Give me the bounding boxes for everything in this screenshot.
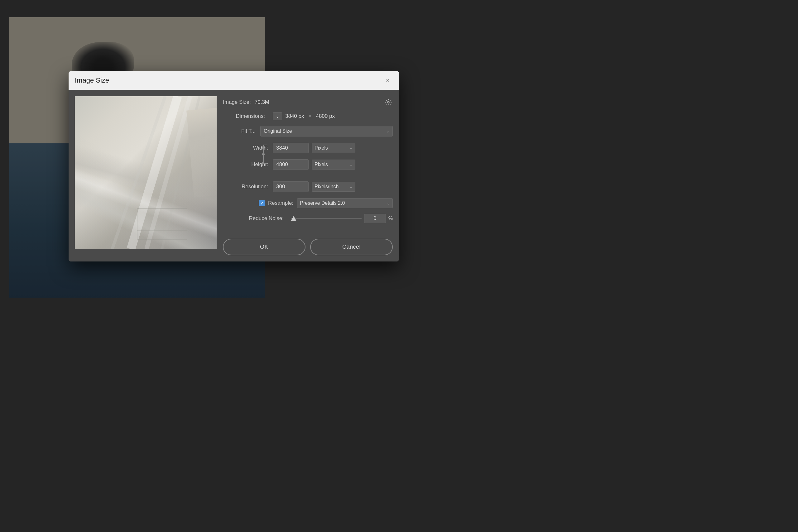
link-bracket-icon <box>261 144 270 165</box>
reduce-noise-row: Reduce Noise: % <box>223 214 393 223</box>
dimensions-x: × <box>309 113 312 119</box>
noise-input[interactable] <box>364 214 386 223</box>
fit-select-container: Original Size ⌄ <box>260 126 393 136</box>
image-size-left: Image Size: 70.3M <box>223 99 269 105</box>
noise-slider-track <box>291 218 362 219</box>
fit-row: Fit T... Original Size ⌄ <box>223 126 393 136</box>
height-input[interactable] <box>273 159 309 170</box>
fit-label: Fit T... <box>223 128 260 134</box>
image-size-dialog: Image Size × <box>69 71 399 262</box>
ok-button[interactable]: OK <box>223 239 305 255</box>
width-input[interactable] <box>273 143 309 153</box>
dimensions-dropdown[interactable]: ⌄ <box>273 112 282 120</box>
resolution-unit-select[interactable]: Pixels/Inch ⌄ <box>312 182 355 192</box>
image-size-row: Image Size: 70.3M <box>223 98 393 107</box>
svg-point-6 <box>387 101 390 103</box>
resample-method-chevron-icon: ⌄ <box>387 201 390 205</box>
dimensions-label: Dimensions: <box>223 113 270 119</box>
image-size-label: Image Size: <box>223 99 251 105</box>
preview-image <box>75 96 217 249</box>
dialog-titlebar: Image Size × <box>69 71 399 90</box>
resolution-input[interactable] <box>273 182 309 192</box>
dimensions-row: Dimensions: ⌄ 3840 px × 4800 px <box>223 112 393 120</box>
gear-icon[interactable] <box>384 98 393 107</box>
dialog-body: Image Size: 70.3M Dimensions: ⌄ 3840 px … <box>69 90 399 262</box>
width-inputs: Pixels ⌄ <box>273 143 393 153</box>
cancel-button[interactable]: Cancel <box>310 239 393 255</box>
reduce-noise-label: Reduce Noise: <box>223 215 288 222</box>
width-unit-label: Pixels <box>315 145 328 151</box>
dialog-title: Image Size <box>75 76 109 84</box>
preview-texture <box>75 96 217 249</box>
fit-chevron-icon: ⌄ <box>386 129 390 133</box>
image-size-value: 70.3M <box>255 99 269 105</box>
percent-label: % <box>388 216 393 221</box>
resolution-label: Resolution: <box>223 184 273 190</box>
chevron-down-icon: ⌄ <box>276 114 279 119</box>
resample-label: Resample: <box>268 200 293 206</box>
resample-method-select[interactable]: Preserve Details 2.0 ⌄ <box>297 198 393 208</box>
height-unit-label: Pixels <box>315 162 328 167</box>
height-unit-chevron-icon: ⌄ <box>349 163 353 167</box>
noise-slider-thumb[interactable] <box>291 216 297 221</box>
width-unit-chevron-icon: ⌄ <box>349 146 353 150</box>
width-unit-select[interactable]: Pixels ⌄ <box>312 143 355 153</box>
resolution-inputs: Pixels/Inch ⌄ <box>273 182 393 192</box>
resolution-unit-label: Pixels/Inch <box>315 184 339 189</box>
height-unit-select[interactable]: Pixels ⌄ <box>312 159 355 170</box>
resolution-unit-chevron-icon: ⌄ <box>349 185 353 189</box>
dimensions-height: 4800 px <box>316 113 335 119</box>
height-inputs: Pixels ⌄ <box>273 159 393 170</box>
resample-method-label: Preserve Details 2.0 <box>300 201 345 206</box>
close-button[interactable]: × <box>383 75 393 86</box>
buttons-row: OK Cancel <box>223 239 393 255</box>
resolution-row: Resolution: Pixels/Inch ⌄ <box>223 181 393 193</box>
preview-panel <box>75 96 217 255</box>
dimensions-width: 3840 px <box>285 113 304 119</box>
wh-container: Width: Pixels ⌄ Height: <box>223 142 393 176</box>
fit-value: Original Size <box>264 128 292 134</box>
settings-panel: Image Size: 70.3M Dimensions: ⌄ 3840 px … <box>223 96 393 255</box>
width-row: Width: Pixels ⌄ <box>223 142 393 154</box>
fit-select[interactable]: Original Size ⌄ <box>260 126 393 136</box>
resample-checkbox[interactable] <box>259 200 265 206</box>
height-row: Height: Pixels ⌄ <box>223 159 393 170</box>
resample-row: Resample: Preserve Details 2.0 ⌄ <box>223 198 393 208</box>
close-icon: × <box>386 77 390 84</box>
